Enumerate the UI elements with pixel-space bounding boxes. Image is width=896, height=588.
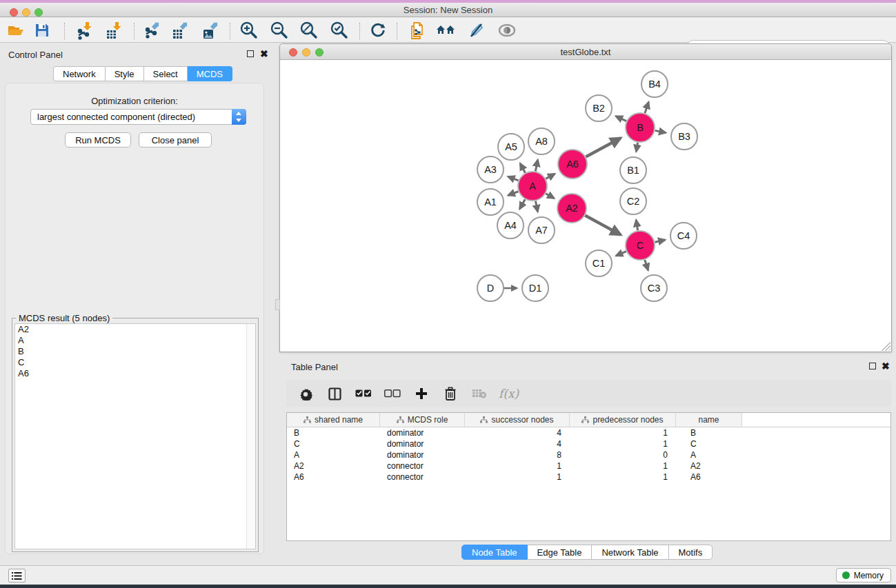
hide-annotations-button[interactable] (466, 20, 486, 41)
create-column-button[interactable] (412, 384, 431, 403)
graph-edge-A2-C[interactable] (585, 216, 621, 235)
window-resize-grip[interactable] (882, 342, 890, 351)
node-table[interactable]: shared name MCDS role successor nodes pr… (286, 412, 891, 541)
result-item[interactable]: C (15, 357, 255, 368)
graph-node-A2[interactable]: A2 (557, 194, 586, 223)
table-row[interactable]: A2 connector 1 1 A2 (287, 460, 890, 472)
criterion-dropdown[interactable]: largest connected component (directed) (30, 109, 246, 125)
cell-successor-nodes[interactable]: 4 (465, 428, 570, 438)
zoom-out-button[interactable] (269, 20, 290, 41)
cell-shared-name[interactable]: A2 (287, 461, 380, 471)
column-header-successor-nodes[interactable]: successor nodes (465, 413, 570, 427)
cell-successor-nodes[interactable]: 4 (465, 439, 570, 449)
graph-edge-B-B3[interactable] (655, 130, 666, 132)
cell-successor-nodes[interactable]: 1 (465, 461, 570, 471)
graph-node-A8[interactable]: A8 (528, 128, 555, 154)
refresh-button[interactable] (368, 20, 388, 41)
column-header-shared-name[interactable]: shared name (287, 413, 380, 427)
result-item[interactable]: A6 (15, 368, 255, 379)
tab-network[interactable]: Network (53, 66, 106, 81)
cell-predecessor-nodes[interactable]: 1 (570, 439, 676, 449)
graph-node-A5[interactable]: A5 (498, 134, 524, 160)
table-row[interactable]: C dominator 4 1 C (287, 438, 890, 449)
close-panel-icon[interactable]: ✖ (260, 50, 268, 58)
run-mcds-button[interactable]: Run MCDS (65, 132, 131, 148)
cell-shared-name[interactable]: B (287, 428, 380, 438)
export-image-button[interactable] (200, 20, 221, 41)
deselect-all-rows-button[interactable] (383, 384, 402, 403)
graph-node-C3[interactable]: C3 (641, 275, 667, 301)
table-float-icon[interactable] (869, 363, 876, 369)
zoom-in-button[interactable] (239, 20, 259, 41)
cell-name[interactable]: B (676, 428, 742, 438)
cell-mcds-role[interactable]: connector (380, 461, 465, 471)
graph-node-B4[interactable]: B4 (641, 71, 668, 97)
cell-mcds-role[interactable]: connector (380, 472, 465, 482)
graph-edge-A-A2[interactable] (546, 194, 554, 199)
network-window-titlebar[interactable]: testGlobe.txt (280, 44, 891, 60)
cell-mcds-role[interactable]: dominator (380, 428, 465, 438)
zoom-fit-button[interactable] (299, 20, 319, 41)
cell-name[interactable]: A2 (676, 461, 742, 471)
graph-edge-A-A1[interactable] (508, 192, 519, 196)
result-item[interactable]: A2 (15, 324, 255, 335)
network-canvas[interactable]: B4B2BB3A5A8A6A3B1AA1C2A2A4A7C4CC1C3DD1 (280, 61, 891, 352)
graph-edge-C-C3[interactable] (645, 260, 648, 270)
mcds-result-list[interactable]: A2 A B C A6 (14, 323, 256, 549)
graph-edge-C-C2[interactable] (636, 220, 637, 230)
cell-predecessor-nodes[interactable]: 1 (570, 428, 676, 438)
graph-node-A[interactable]: A (518, 172, 547, 201)
save-session-button[interactable] (32, 20, 52, 41)
tab-mcds[interactable]: MCDS (188, 66, 232, 81)
graph-node-B3[interactable]: B3 (671, 123, 697, 150)
cell-name[interactable]: C (676, 439, 742, 449)
graph-edge-A-A4[interactable] (519, 199, 525, 209)
table-row[interactable]: B dominator 4 1 B (287, 427, 890, 438)
import-network-button[interactable] (74, 20, 94, 41)
graph-node-B2[interactable]: B2 (586, 95, 612, 121)
graph-edge-A-A3[interactable] (508, 176, 518, 181)
table-row[interactable]: A dominator 8 0 A (287, 449, 890, 460)
cell-successor-nodes[interactable]: 1 (465, 472, 570, 482)
cell-shared-name[interactable]: A (287, 450, 380, 460)
graph-node-C4[interactable]: C4 (670, 223, 697, 249)
column-header-predecessor-nodes[interactable]: predecessor nodes (570, 413, 676, 427)
float-panel-icon[interactable] (247, 50, 254, 57)
graph-edge-A-A5[interactable] (520, 163, 525, 173)
task-history-button[interactable] (8, 569, 26, 582)
graph-edge-C-C1[interactable] (616, 252, 626, 256)
column-header-mcds-role[interactable]: MCDS role (380, 413, 465, 427)
tab-node-table[interactable]: Node Table (461, 545, 528, 560)
open-file-button[interactable] (6, 20, 26, 41)
graph-edge-A6-B[interactable] (586, 138, 620, 156)
cell-mcds-role[interactable]: dominator (380, 439, 465, 449)
result-item[interactable]: B (15, 346, 255, 357)
tab-network-table[interactable]: Network Table (592, 545, 668, 560)
graph-node-A4[interactable]: A4 (497, 212, 524, 239)
cell-predecessor-nodes[interactable]: 1 (570, 461, 676, 471)
table-row[interactable]: A6 connector 1 1 A6 (287, 472, 890, 483)
graph-node-C2[interactable]: C2 (620, 188, 646, 214)
network-graph[interactable]: B4B2BB3A5A8A6A3B1AA1C2A2A4A7C4CC1C3DD1 (280, 61, 891, 352)
graph-edge-A-A6[interactable] (546, 174, 555, 179)
cell-name[interactable]: A (676, 450, 742, 460)
graph-node-B[interactable]: B (626, 113, 655, 142)
tab-edge-table[interactable]: Edge Table (528, 545, 593, 560)
close-panel-button[interactable]: Close panel (139, 132, 212, 148)
cell-mcds-role[interactable]: dominator (380, 450, 465, 460)
cell-shared-name[interactable]: C (287, 439, 380, 449)
zoom-selected-button[interactable] (329, 20, 350, 41)
graph-node-D[interactable]: D (477, 275, 504, 301)
toggle-bird-eye-button[interactable] (497, 20, 517, 41)
graph-edge-A-A7[interactable] (535, 201, 537, 212)
graph-node-B1[interactable]: B1 (620, 157, 646, 183)
import-table-button[interactable] (103, 20, 124, 41)
clone-network-button[interactable] (407, 20, 428, 41)
tab-motifs[interactable]: Motifs (669, 545, 713, 560)
cell-shared-name[interactable]: A6 (287, 472, 380, 482)
memory-button[interactable]: Memory (836, 568, 891, 582)
graph-node-A3[interactable]: A3 (477, 156, 504, 183)
column-header-name[interactable]: name (676, 413, 742, 427)
delete-column-button[interactable] (441, 384, 460, 403)
tab-select[interactable]: Select (144, 66, 188, 81)
